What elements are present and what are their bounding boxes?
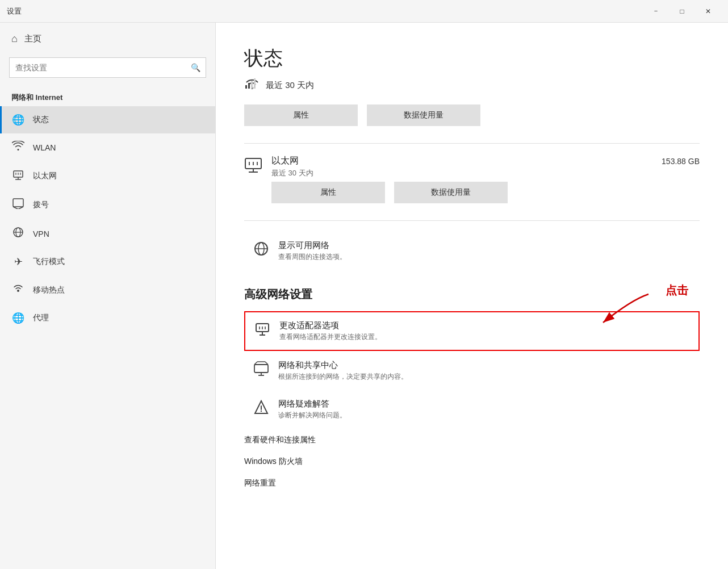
dial-icon <box>11 198 25 212</box>
troubleshoot-item[interactable]: 网络疑难解答 诊断并解决网络问题。 <box>244 391 700 428</box>
ethernet-card-name: 以太网 <box>271 155 299 167</box>
adapter-option-icon <box>254 321 270 340</box>
svg-rect-6 <box>13 199 23 207</box>
sidebar-item-hotspot-label: 移动热点 <box>33 285 65 295</box>
divider2 <box>244 220 700 221</box>
svg-point-41 <box>261 411 262 412</box>
ethernet-properties-btn[interactable]: 属性 <box>271 182 385 203</box>
title-bar: 设置 － □ ✕ <box>0 0 728 23</box>
troubleshoot-icon <box>253 400 269 418</box>
restore-button[interactable]: □ <box>669 0 695 23</box>
close-button[interactable]: ✕ <box>695 0 721 23</box>
sidebar-item-airplane[interactable]: ✈ 飞行模式 <box>0 248 215 275</box>
troubleshoot-info: 网络疑难解答 诊断并解决网络问题。 <box>278 399 346 420</box>
sharing-center-info: 网络和共享中心 根据所连接到的网络，决定要共享的内容。 <box>278 360 408 382</box>
search-icon: 🔍 <box>191 63 200 72</box>
sidebar-item-status[interactable]: 🌐 状态 <box>0 106 215 133</box>
sidebar-item-wlan-label: WLAN <box>33 143 56 152</box>
ethernet-btn-row: 属性 数据使用量 <box>271 182 700 203</box>
ethernet-icon <box>11 169 25 183</box>
show-networks-name: 显示可用网络 <box>278 240 346 251</box>
sharing-center-desc: 根据所连接到的网络，决定要共享的内容。 <box>278 372 408 382</box>
window-controls: － □ ✕ <box>643 0 721 23</box>
svg-rect-17 <box>254 78 256 89</box>
wlan-icon <box>11 141 25 154</box>
window-title: 设置 <box>7 6 643 16</box>
adapter-option-desc: 查看网络适配器并更改连接设置。 <box>279 332 382 342</box>
sidebar-item-vpn[interactable]: VPN <box>0 219 215 248</box>
adapter-option-info: 更改适配器选项 查看网络适配器并更改连接设置。 <box>279 320 382 342</box>
sidebar-item-proxy-label: 代理 <box>33 313 49 323</box>
sidebar-home-label: 主页 <box>24 34 41 44</box>
troubleshoot-desc: 诊断并解决网络问题。 <box>278 411 346 420</box>
sidebar-item-ethernet-label: 以太网 <box>33 171 57 181</box>
sidebar-item-hotspot[interactable]: 移动热点 <box>0 275 215 304</box>
status-icon: 🌐 <box>11 114 25 126</box>
adapter-option-item[interactable]: 更改适配器选项 查看网络适配器并更改连接设置。 <box>244 311 700 351</box>
search-input[interactable] <box>9 57 206 78</box>
sidebar-item-proxy[interactable]: 🌐 代理 <box>0 304 215 332</box>
sidebar-item-dial[interactable]: 拨号 <box>0 190 215 219</box>
wifi-data-usage-btn[interactable]: 数据使用量 <box>367 104 480 126</box>
svg-rect-16 <box>251 81 253 89</box>
troubleshoot-name: 网络疑难解答 <box>278 399 346 409</box>
svg-rect-15 <box>248 83 250 89</box>
svg-rect-14 <box>245 85 247 89</box>
ethernet-card: 以太网 153.88 GB 最近 30 天内 <box>244 155 700 178</box>
firewall-link[interactable]: Windows 防火墙 <box>244 451 700 472</box>
show-networks-desc: 查看周围的连接选项。 <box>278 252 346 262</box>
divider1 <box>244 143 700 144</box>
annotation-area: 点击 <box>244 311 700 351</box>
sidebar-item-wlan[interactable]: WLAN <box>0 133 215 161</box>
airplane-icon: ✈ <box>11 256 25 268</box>
sharing-center-icon <box>253 361 269 379</box>
advanced-heading: 高级网络设置 <box>244 287 700 302</box>
show-networks-info: 显示可用网络 查看周围的连接选项。 <box>278 240 346 262</box>
sidebar: ⌂ 主页 🔍 网络和 Internet 🌐 状态 <box>0 23 216 569</box>
sidebar-item-airplane-label: 飞行模式 <box>33 257 65 267</box>
ethernet-card-info: 以太网 153.88 GB 最近 30 天内 <box>271 155 700 178</box>
proxy-icon: 🌐 <box>11 312 25 324</box>
sidebar-item-dial-label: 拨号 <box>33 200 49 210</box>
vpn-icon <box>11 227 25 241</box>
sharing-center-item[interactable]: 网络和共享中心 根据所连接到的网络，决定要共享的内容。 <box>244 352 700 390</box>
svg-rect-34 <box>254 365 268 373</box>
wifi-status-row: 最近 30 天内 <box>244 77 700 93</box>
svg-point-13 <box>17 290 19 292</box>
ethernet-data-usage-btn[interactable]: 数据使用量 <box>394 182 508 203</box>
ethernet-card-icon <box>244 157 262 177</box>
wifi-status-icon <box>244 77 260 93</box>
show-networks-item[interactable]: 显示可用网络 查看周围的连接选项。 <box>244 232 700 270</box>
sidebar-item-vpn-label: VPN <box>33 229 49 239</box>
click-annotation: 点击 <box>666 283 688 298</box>
hotspot-icon <box>11 283 25 297</box>
search-box: 🔍 <box>9 57 206 78</box>
sidebar-item-ethernet[interactable]: 以太网 <box>0 161 215 190</box>
reset-link[interactable]: 网络重置 <box>244 472 700 494</box>
main-content: 状态 最近 30 天内 <box>216 23 728 569</box>
hardware-link[interactable]: 查看硬件和连接属性 <box>244 429 700 451</box>
minimize-button[interactable]: － <box>643 0 669 23</box>
ethernet-card-size: 153.88 GB <box>662 157 700 166</box>
sidebar-home[interactable]: ⌂ 主页 <box>0 23 215 55</box>
sharing-center-name: 网络和共享中心 <box>278 360 408 371</box>
ethernet-card-top: 以太网 153.88 GB <box>271 155 700 167</box>
adapter-option-name: 更改适配器选项 <box>279 320 382 331</box>
page-title: 状态 <box>244 45 700 72</box>
home-icon: ⌂ <box>11 33 18 45</box>
wifi-properties-btn[interactable]: 属性 <box>244 104 358 126</box>
sidebar-section-title: 网络和 Internet <box>0 87 215 106</box>
sidebar-item-status-label: 状态 <box>33 115 49 125</box>
network-status-text: 最近 30 天内 <box>266 80 314 91</box>
ethernet-card-subtitle: 最近 30 天内 <box>271 168 700 178</box>
wifi-btn-row: 属性 数据使用量 <box>244 104 700 126</box>
show-networks-icon <box>253 241 269 260</box>
